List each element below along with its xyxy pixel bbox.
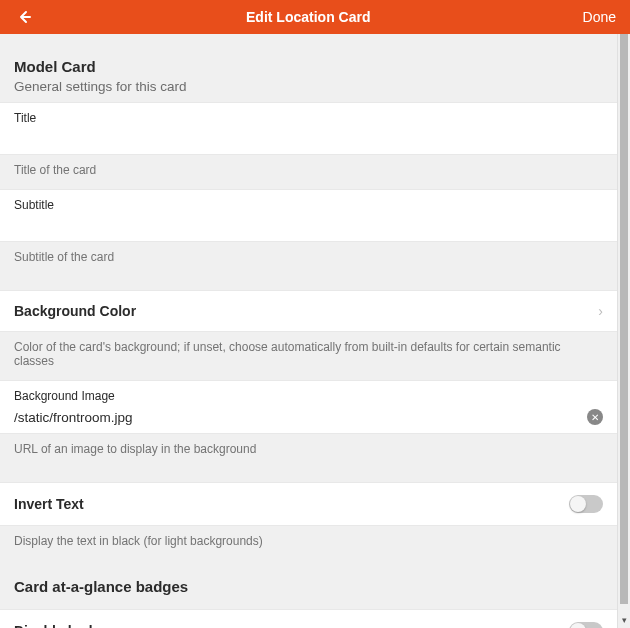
subtitle-label: Subtitle (0, 190, 617, 212)
chevron-right-icon: › (598, 303, 603, 319)
section-title: Model Card (14, 58, 603, 75)
invert-text-helper: Display the text in black (for light bac… (0, 526, 617, 560)
app-header: Edit Location Card Done (0, 0, 630, 34)
background-image-helper: URL of an image to display in the backgr… (0, 434, 617, 468)
form-scroll-area[interactable]: Model Card General settings for this car… (0, 34, 617, 628)
page-title: Edit Location Card (34, 9, 583, 25)
invert-text-label: Invert Text (14, 496, 569, 512)
background-color-helper: Color of the card's background; if unset… (0, 332, 617, 380)
title-input[interactable] (14, 131, 603, 146)
clear-button[interactable]: ✕ (587, 409, 603, 425)
background-color-label: Background Color (14, 303, 598, 319)
background-image-field[interactable]: Background Image ✕ (0, 380, 617, 434)
disable-badges-toggle[interactable] (569, 622, 603, 628)
title-field[interactable]: Title (0, 102, 617, 155)
back-button[interactable] (14, 7, 34, 27)
background-color-row[interactable]: Background Color › (0, 290, 617, 332)
section-subtitle: General settings for this card (14, 79, 603, 94)
invert-text-row: Invert Text (0, 482, 617, 526)
scroll-down-icon[interactable]: ▾ (618, 614, 630, 626)
arrow-left-icon (16, 9, 32, 25)
section-model-card: Model Card General settings for this car… (0, 34, 617, 102)
vertical-scrollbar[interactable]: ▾ (617, 34, 630, 628)
close-icon: ✕ (591, 412, 599, 423)
title-label: Title (0, 103, 617, 125)
background-image-label: Background Image (0, 381, 617, 403)
title-helper: Title of the card (0, 155, 617, 189)
section-title: Card at-a-glance badges (14, 578, 603, 595)
done-button[interactable]: Done (583, 9, 616, 25)
subtitle-helper: Subtitle of the card (0, 242, 617, 276)
background-image-input[interactable] (14, 410, 587, 425)
subtitle-field[interactable]: Subtitle (0, 189, 617, 242)
disable-badges-row: Disable badges (0, 609, 617, 628)
scrollbar-thumb[interactable] (620, 34, 628, 604)
subtitle-input[interactable] (14, 218, 603, 233)
disable-badges-label: Disable badges (14, 623, 569, 628)
section-badges: Card at-a-glance badges (0, 560, 617, 609)
invert-text-toggle[interactable] (569, 495, 603, 513)
